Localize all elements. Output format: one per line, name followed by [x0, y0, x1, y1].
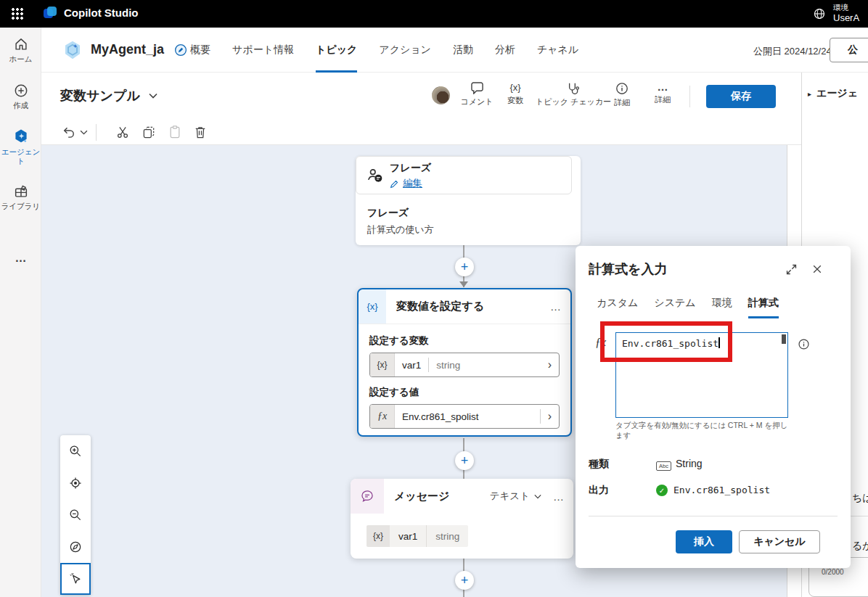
node-more-icon[interactable]: …	[550, 300, 562, 313]
cut-icon[interactable]	[115, 125, 130, 139]
center-target-icon	[68, 476, 83, 490]
trigger-edit-link[interactable]: 編集	[390, 177, 422, 190]
tab-actions[interactable]: アクション	[379, 28, 431, 73]
tab-activity[interactable]: 活動	[453, 28, 473, 73]
dialog-tab-bar: カスタム システム 環境 計算式	[597, 297, 779, 318]
copy-icon[interactable]	[142, 125, 156, 139]
field-label: 設定する変数	[369, 334, 560, 347]
zoom-in-icon	[68, 444, 83, 458]
message-node[interactable]: メッセージ テキスト … {x} var1 string	[351, 479, 573, 559]
paste-icon[interactable]	[168, 125, 182, 139]
chevron-down-icon	[149, 93, 157, 99]
zoom-in-button[interactable]	[60, 435, 91, 467]
sidebar-item-library[interactable]: ライブラリ	[0, 184, 41, 211]
caret-right-icon: ▸	[808, 90, 811, 98]
insert-button[interactable]: 挿入	[676, 530, 732, 553]
home-icon	[13, 36, 29, 52]
environment-label: 環境	[833, 3, 859, 12]
trigger-box[interactable]: フレーズ 編集	[356, 156, 572, 194]
sidebar-item-agents[interactable]: エージェント	[0, 128, 41, 166]
tab-topics[interactable]: トピック	[316, 28, 357, 73]
tab-formula[interactable]: 計算式	[748, 297, 779, 318]
topic-title-dropdown[interactable]: 変数サンプル	[60, 87, 157, 104]
canvas-zoom-toolbar	[60, 435, 91, 595]
trigger-node[interactable]: フレーズ 編集 フレーズ 計算式の使い方	[356, 156, 581, 245]
tab-system[interactable]: システム	[654, 297, 695, 318]
ellipsis-icon: …	[658, 82, 668, 92]
close-icon[interactable]	[811, 263, 823, 275]
test-panel-header[interactable]: ▸ エージェ	[808, 87, 858, 100]
variables-button[interactable]: {x} 変数	[489, 82, 541, 111]
environment-globe-icon[interactable]	[813, 7, 826, 20]
success-check-icon: ✓	[656, 485, 668, 496]
select-tool-button[interactable]	[60, 563, 91, 595]
scrollbar[interactable]	[782, 334, 786, 416]
copilot-studio-logo-icon	[44, 7, 57, 20]
expand-dialog-icon[interactable]	[785, 263, 798, 276]
variable-picker[interactable]: {x} var1 string ›	[369, 353, 560, 377]
set-variable-node[interactable]: {x} 変数値を設定する … 設定する変数 {x} var1 string › …	[357, 288, 572, 437]
more-icon: …	[0, 251, 41, 265]
tab-analytics[interactable]: 分析	[495, 28, 515, 73]
value-formula-field[interactable]: ƒx Env.cr861_spolist ›	[369, 404, 560, 429]
sidebar-item-create[interactable]: 作成	[0, 83, 41, 110]
zoom-out-icon	[68, 508, 83, 522]
node-header: {x} 変数値を設定する …	[359, 289, 570, 324]
publish-button[interactable]: 公	[830, 38, 868, 62]
tab-environment[interactable]: 環境	[712, 297, 732, 318]
details-more-button[interactable]: … 詳細	[642, 82, 683, 111]
agents-icon	[12, 128, 30, 145]
zoom-out-button[interactable]	[60, 499, 91, 531]
tab-custom[interactable]: カスタム	[597, 297, 638, 318]
variable-chip-icon: {x}	[370, 353, 395, 376]
variable-type: string	[436, 360, 460, 371]
agent-tab-bar: 概要 サポート情報 トピック アクション 活動 分析 チャネル	[190, 28, 578, 73]
formula-input[interactable]: Env.cr861_spolist	[615, 332, 788, 418]
toolbar-divider	[96, 124, 97, 141]
phrases-trigger-icon	[366, 166, 385, 185]
tab-support[interactable]: サポート情報	[232, 28, 294, 73]
undo-icon[interactable]	[62, 125, 76, 139]
connector-arrow-icon	[459, 281, 468, 287]
formula-hint: タブ文字を有効/無効にするには CTRL + M を押します	[615, 420, 793, 440]
delete-icon[interactable]	[193, 125, 208, 139]
environment-switcher[interactable]: 環境 UserA	[833, 3, 859, 24]
variable-type: string	[427, 525, 468, 547]
message-mode-dropdown[interactable]: テキスト	[490, 490, 541, 503]
chevron-right-icon: ›	[548, 410, 552, 423]
dialog-title: 計算式を入力	[589, 260, 667, 278]
waffle-menu-icon[interactable]	[12, 8, 23, 20]
chevron-down-icon[interactable]	[80, 130, 88, 135]
topic-title: 変数サンプル	[60, 87, 140, 104]
avatar[interactable]	[432, 86, 450, 104]
variable-name: var1	[390, 525, 426, 547]
variables-icon: {x}	[509, 82, 520, 93]
published-date: 公開日 2024/12/24	[753, 45, 832, 58]
cancel-button[interactable]: キャンセル	[739, 530, 820, 553]
add-node-button[interactable]: +	[455, 571, 474, 590]
agent-edit-badge-icon[interactable]	[174, 44, 187, 57]
node-more-icon[interactable]: …	[553, 490, 565, 503]
fx-icon: ƒx	[595, 336, 606, 349]
topic-checker-button[interactable]: トピック チェッカー	[539, 82, 608, 111]
node-title: 変数値を設定する	[396, 300, 484, 313]
reset-view-button[interactable]	[60, 531, 91, 563]
info-icon[interactable]	[798, 338, 810, 350]
details-info-button[interactable]: 詳細	[602, 82, 642, 111]
output-label: 出力	[589, 484, 609, 497]
formula-text: Env.cr861_spolist	[622, 337, 720, 349]
plus-circle-icon	[13, 83, 29, 99]
tab-channels[interactable]: チャネル	[537, 28, 578, 73]
save-button[interactable]: 保存	[706, 85, 776, 108]
info-icon	[615, 82, 629, 95]
sidebar-item-more[interactable]: …	[0, 251, 41, 265]
sidebar-item-home[interactable]: ホーム	[0, 36, 41, 64]
add-node-button[interactable]: +	[455, 451, 474, 470]
formula-dialog: 計算式を入力 カスタム システム 環境 計算式 ƒx Env.cr861_spo…	[576, 246, 851, 568]
add-node-button[interactable]: +	[455, 258, 474, 276]
center-canvas-button[interactable]	[60, 467, 91, 499]
pointer-icon	[68, 572, 83, 586]
tab-overview[interactable]: 概要	[190, 28, 210, 73]
variable-token[interactable]: {x} var1 string	[367, 525, 468, 547]
type-label: 種類	[589, 458, 609, 471]
